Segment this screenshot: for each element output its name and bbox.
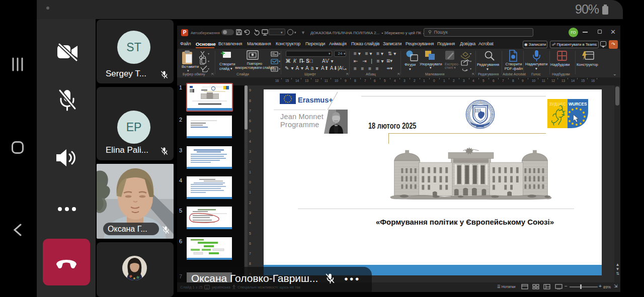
svg-text:WURCES: WURCES <box>569 102 587 107</box>
svg-text:ЗУДЦЄС: ЗУДЦЄС <box>549 102 566 107</box>
